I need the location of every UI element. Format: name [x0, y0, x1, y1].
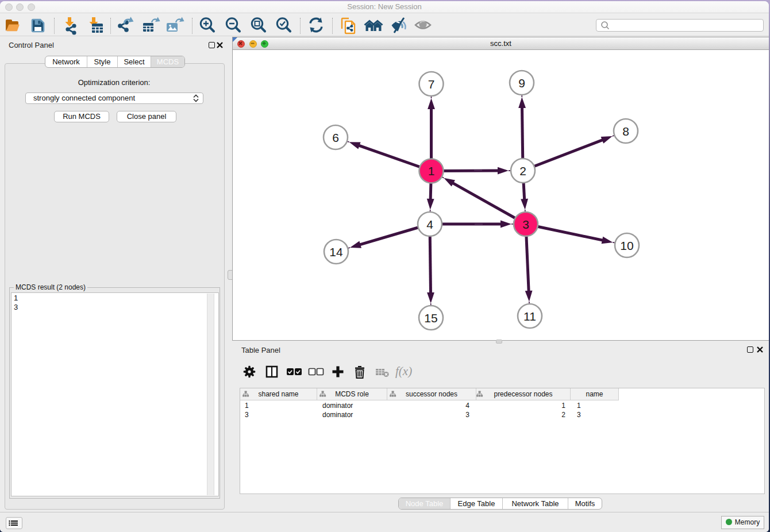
svg-text:14: 14 [329, 245, 343, 259]
svg-text:11: 11 [523, 310, 536, 323]
svg-text:8: 8 [622, 125, 629, 138]
svg-text:3: 3 [522, 218, 529, 231]
svg-text:1: 1 [428, 164, 435, 178]
svg-text:10: 10 [620, 239, 633, 252]
svg-text:15: 15 [424, 311, 437, 325]
svg-text:2: 2 [519, 164, 526, 178]
svg-text:6: 6 [332, 131, 339, 144]
svg-text:9: 9 [518, 76, 525, 90]
svg-text:4: 4 [426, 218, 433, 231]
svg-text:7: 7 [428, 78, 435, 91]
